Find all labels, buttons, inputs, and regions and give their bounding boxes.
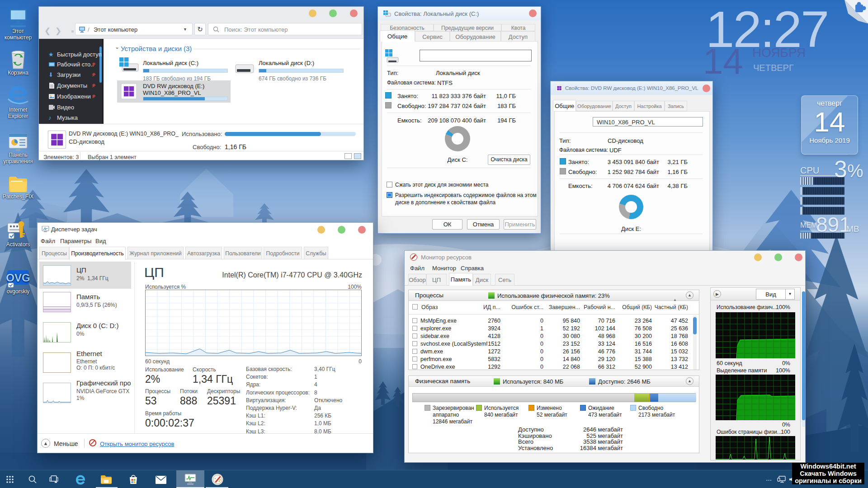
svg-text:OVG: OVG [6, 272, 30, 284]
